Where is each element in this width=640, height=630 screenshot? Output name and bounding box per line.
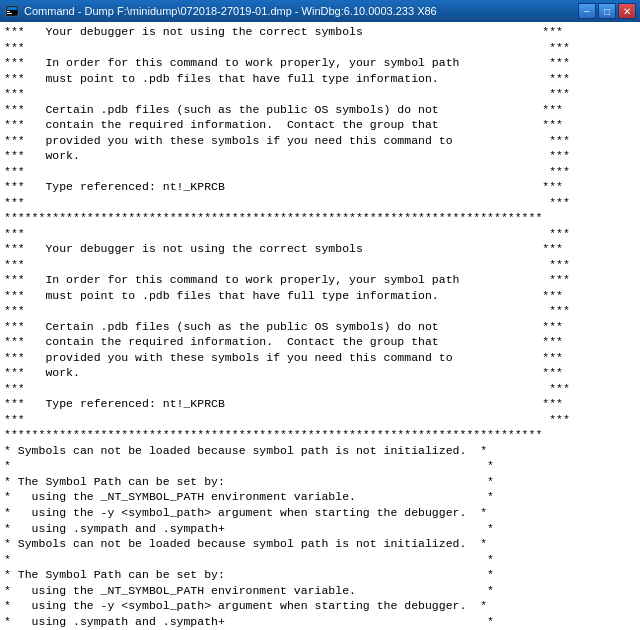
console-line: *** ***	[4, 195, 636, 211]
title-bar-icon	[4, 3, 20, 19]
console-line: * Symbols can not be loaded because symb…	[4, 536, 636, 552]
console-line: *** ***	[4, 86, 636, 102]
console-line: *** ***	[4, 303, 636, 319]
console-line: * using the _NT_SYMBOL_PATH environment …	[4, 489, 636, 505]
console-output: *** Your debugger is not using the corre…	[0, 22, 640, 630]
console-line: * *	[4, 552, 636, 568]
console-line: * using the -y <symbol_path> argument wh…	[4, 505, 636, 521]
console-line: *** Your debugger is not using the corre…	[4, 241, 636, 257]
title-bar-title: Command - Dump F:\minidump\072018-27019-…	[24, 5, 578, 17]
console-line: * *	[4, 458, 636, 474]
console-line: *** ***	[4, 381, 636, 397]
console-line: *** work. ***	[4, 148, 636, 164]
console-line: *** Type referenced: nt!_KPRCB ***	[4, 396, 636, 412]
console-line: * Symbols can not be loaded because symb…	[4, 443, 636, 459]
console-line: *** ***	[4, 164, 636, 180]
svg-rect-2	[7, 11, 10, 12]
console-line: *** Certain .pdb files (such as the publ…	[4, 102, 636, 118]
console-line: *** contain the required information. Co…	[4, 334, 636, 350]
console-line: ****************************************…	[4, 210, 636, 226]
console-line: *** Type referenced: nt!_KPRCB ***	[4, 179, 636, 195]
console-line: * The Symbol Path can be set by: *	[4, 567, 636, 583]
console-line: *** ***	[4, 40, 636, 56]
maximize-button[interactable]: □	[598, 3, 616, 19]
title-bar-buttons: − □ ✕	[578, 3, 636, 19]
console-line: *** work. ***	[4, 365, 636, 381]
close-button[interactable]: ✕	[618, 3, 636, 19]
svg-rect-1	[7, 7, 17, 10]
console-line: *** In order for this command to work pr…	[4, 272, 636, 288]
console-line: *** must point to .pdb files that have f…	[4, 288, 636, 304]
console-line: *** Your debugger is not using the corre…	[4, 24, 636, 40]
console-line: *** provided you with these symbols if y…	[4, 133, 636, 149]
console-line: *** must point to .pdb files that have f…	[4, 71, 636, 87]
console-line: * using the -y <symbol_path> argument wh…	[4, 598, 636, 614]
minimize-button[interactable]: −	[578, 3, 596, 19]
console-line: * using the _NT_SYMBOL_PATH environment …	[4, 583, 636, 599]
console-line: *** In order for this command to work pr…	[4, 55, 636, 71]
title-bar[interactable]: Command - Dump F:\minidump\072018-27019-…	[0, 0, 640, 22]
console-line: *** contain the required information. Co…	[4, 117, 636, 133]
console-line: * The Symbol Path can be set by: *	[4, 474, 636, 490]
console-line: * using .sympath and .sympath+ *	[4, 521, 636, 537]
console-line: *** ***	[4, 226, 636, 242]
console-line: *** ***	[4, 412, 636, 428]
console-line: ****************************************…	[4, 427, 636, 443]
console-line: *** provided you with these symbols if y…	[4, 350, 636, 366]
svg-rect-3	[7, 13, 12, 14]
console-line: *** ***	[4, 257, 636, 273]
console-line: * using .sympath and .sympath+ *	[4, 614, 636, 630]
console-line: *** Certain .pdb files (such as the publ…	[4, 319, 636, 335]
